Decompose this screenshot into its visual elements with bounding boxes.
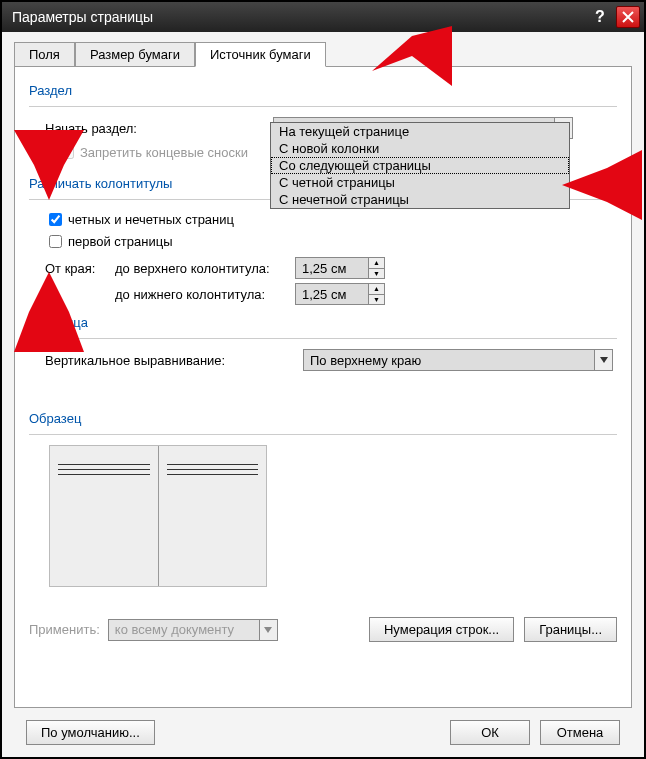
valign-value: По верхнему краю (304, 353, 594, 368)
dialog-footer: По умолчанию... ОК Отмена (14, 710, 632, 745)
from-edge-label: От края: (45, 261, 115, 276)
footer-distance-value: 1,25 см (296, 284, 368, 304)
chevron-down-icon (259, 620, 277, 640)
divider (29, 338, 617, 339)
dropdown-option[interactable]: На текущей странице (271, 123, 569, 140)
suppress-endnotes-label: Запретить концевые сноски (80, 145, 248, 160)
close-button[interactable] (616, 6, 640, 28)
footer-distance-spinner[interactable]: 1,25 см ▲▼ (295, 283, 385, 305)
close-icon (622, 11, 634, 23)
suppress-endnotes-checkbox (61, 146, 74, 159)
apply-to-label: Применить: (29, 622, 100, 637)
spinner-arrows-icon: ▲▼ (368, 258, 384, 278)
borders-button[interactable]: Границы... (524, 617, 617, 642)
cancel-button[interactable]: Отмена (540, 720, 620, 745)
valign-label: Вертикальное выравнивание: (45, 353, 295, 368)
preview-box (49, 445, 267, 587)
header-distance-value: 1,25 см (296, 258, 368, 278)
divider (29, 434, 617, 435)
client-area: Поля Размер бумаги Источник бумаги Разде… (2, 32, 644, 757)
line-numbers-button[interactable]: Нумерация строк... (369, 617, 514, 642)
header-distance-spinner[interactable]: 1,25 см ▲▼ (295, 257, 385, 279)
to-header-label: до верхнего колонтитула: (115, 261, 295, 276)
page-group-label: Страница (29, 315, 617, 330)
to-footer-label: до нижнего колонтитула: (115, 287, 295, 302)
titlebar: Параметры страницы ? (2, 2, 644, 32)
dialog-window: Параметры страницы ? Поля Размер бумаги … (0, 0, 646, 759)
tab-fields[interactable]: Поля (14, 42, 75, 67)
tab-strip: Поля Размер бумаги Источник бумаги (14, 42, 632, 67)
chevron-down-icon (594, 350, 612, 370)
dropdown-option[interactable]: С четной страницы (271, 174, 569, 191)
divider (29, 106, 617, 107)
tab-paper-source[interactable]: Источник бумаги (195, 42, 326, 67)
preview-group-label: Образец (29, 411, 617, 426)
first-page-label: первой страницы (68, 234, 173, 249)
start-section-dropdown[interactable]: На текущей странице С новой колонки Со с… (270, 122, 570, 209)
valign-combo[interactable]: По верхнему краю (303, 349, 613, 371)
dropdown-option[interactable]: С нечетной страницы (271, 191, 569, 208)
odd-even-checkbox[interactable] (49, 213, 62, 226)
tab-paper-size[interactable]: Размер бумаги (75, 42, 195, 67)
section-group-label: Раздел (29, 83, 617, 98)
help-button[interactable]: ? (588, 6, 612, 28)
window-title: Параметры страницы (12, 9, 584, 25)
dropdown-option[interactable]: С новой колонки (271, 140, 569, 157)
first-page-checkbox[interactable] (49, 235, 62, 248)
spinner-arrows-icon: ▲▼ (368, 284, 384, 304)
defaults-button[interactable]: По умолчанию... (26, 720, 155, 745)
start-section-label: Начать раздел: (45, 121, 265, 136)
preview-page-right (159, 446, 267, 586)
apply-to-value: ко всему документу (109, 622, 259, 637)
apply-to-combo: ко всему документу (108, 619, 278, 641)
tab-panel: Раздел Начать раздел: Со следующей стран… (14, 66, 632, 708)
odd-even-label: четных и нечетных страниц (68, 212, 234, 227)
dropdown-option[interactable]: Со следующей страницы (271, 157, 569, 174)
ok-button[interactable]: ОК (450, 720, 530, 745)
preview-page-left (50, 446, 159, 586)
